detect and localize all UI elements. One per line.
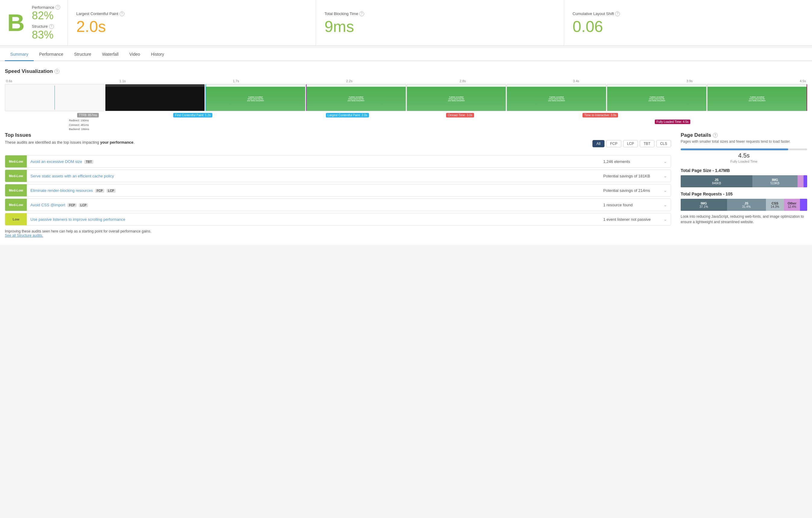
- onload-annotation: Onload Time: 3.0s: [446, 113, 474, 117]
- issue-title-1[interactable]: Avoid an excessive DOM size TBT: [27, 156, 600, 167]
- issue-row-4: Med-Low Avoid CSS @import FCP LCP 1 reso…: [5, 199, 671, 211]
- filter-all[interactable]: All: [592, 140, 604, 147]
- ruler-5: 3.4s: [573, 79, 579, 83]
- see-all-link[interactable]: See all Structure audits.: [5, 233, 43, 238]
- issue-title-4[interactable]: Avoid CSS @import FCP LCP: [27, 200, 600, 210]
- tti-annotation: Time to Interactive: 3.9s: [582, 113, 618, 117]
- flt-sublabel: Fully Loaded Time: [681, 160, 807, 163]
- cls-label: Cumulative Layout Shift: [573, 11, 614, 16]
- issue-row-2: Med-Low Serve static assets with an effi…: [5, 170, 671, 182]
- filter-cls[interactable]: CLS: [656, 140, 671, 147]
- performance-help-icon[interactable]: ?: [55, 5, 60, 10]
- top-issues-section: Top Issues These audits are identified a…: [5, 132, 671, 238]
- ruler-2: 1.7s: [233, 79, 239, 83]
- lcp-value: 2.0s: [76, 19, 307, 34]
- ruler-7: 4.5s: [800, 79, 806, 83]
- flt-label: 4.5s: [681, 152, 807, 159]
- issue-severity-4: Med-Low: [5, 199, 27, 211]
- tab-performance[interactable]: Performance: [34, 48, 69, 61]
- size-bar-js: JS 846KB: [681, 175, 752, 187]
- size-bar-img: IMG 519KB: [752, 175, 797, 187]
- frame-6: A global, accreditedvirtual school that …: [506, 84, 606, 111]
- frame-5: A global, accreditedvirtual school that …: [407, 84, 506, 111]
- ruler-1: 1.1s: [119, 79, 125, 83]
- ruler-6: 3.9s: [687, 79, 693, 83]
- filter-lcp[interactable]: LCP: [623, 140, 638, 147]
- issue-expand-3[interactable]: ⌄: [660, 185, 671, 196]
- issue-tag-lcp-3: LCP: [107, 189, 116, 193]
- page-details-help-icon[interactable]: ?: [713, 133, 718, 138]
- issue-expand-1[interactable]: ⌄: [660, 156, 671, 167]
- issue-tag-fcp-3: FCP: [95, 189, 104, 193]
- grade-letter: B: [7, 11, 25, 35]
- issue-severity-5: Low: [5, 213, 27, 225]
- size-stacked-bar: JS 846KB IMG 519KB: [681, 175, 807, 187]
- tbt-label: Total Blocking Time: [324, 11, 358, 16]
- issue-expand-5[interactable]: ⌄: [660, 214, 671, 225]
- tbt-value: 9ms: [324, 19, 555, 34]
- performance-score: Performance ? 82%: [32, 5, 60, 22]
- tab-structure[interactable]: Structure: [69, 48, 97, 61]
- timeline-ruler: 0.6s 1.1s 1.7s 2.2s 2.8s 3.4s 3.9s 4.5s: [5, 79, 807, 83]
- tab-bar: Summary Performance Structure Waterfall …: [0, 48, 812, 61]
- page-details-title-text: Page Details: [681, 132, 711, 138]
- structure-value: 83%: [32, 29, 60, 41]
- lcp-annotation: Largest Contentful Paint: 2.0s: [326, 113, 369, 117]
- page-details-footer: Look into reducing JavaScript, reducing …: [681, 214, 807, 225]
- page-details-desc: Pages with smaller total sizes and fewer…: [681, 139, 807, 144]
- filter-row: All FCP LCP TBT CLS: [592, 140, 671, 147]
- speed-viz-title: Speed Visualization ?: [5, 68, 807, 75]
- tab-history[interactable]: History: [145, 48, 170, 61]
- performance-label: Performance: [32, 5, 54, 10]
- tab-summary[interactable]: Summary: [5, 48, 34, 61]
- lcp-label: Largest Contentful Paint: [76, 11, 118, 16]
- grade-block: B Performance ? 82% Structure ? 83%: [0, 0, 68, 46]
- cls-help-icon[interactable]: ?: [615, 11, 620, 16]
- lcp-block: Largest Contentful Paint ? 2.0s: [68, 0, 316, 46]
- issue-row-1: Med-Low Avoid an excessive DOM size TBT …: [5, 155, 671, 168]
- requests-bar-css: CSS 14.3%: [766, 199, 784, 211]
- requests-stacked-bar: IMG 37.1% JS 31.4% CSS 14.3% Other 12.4%: [681, 199, 807, 211]
- issue-tag-lcp-4: LCP: [79, 203, 88, 207]
- two-col-layout: Top Issues These audits are identified a…: [5, 132, 807, 238]
- filter-fcp[interactable]: FCP: [606, 140, 621, 147]
- issue-tag-tbt: TBT: [84, 160, 93, 164]
- issue-row-5: Low Use passive listeners to improve scr…: [5, 213, 671, 226]
- issue-tag-fcp-4: FCP: [67, 203, 77, 207]
- speed-viz-help-icon[interactable]: ?: [55, 69, 59, 74]
- requests-bar-img: IMG 37.1%: [681, 199, 727, 211]
- tbt-block: Total Blocking Time ? 9ms: [316, 0, 564, 46]
- issue-detail-3: Potential savings of 214ms: [600, 185, 660, 196]
- issue-expand-2[interactable]: ⌄: [660, 170, 671, 181]
- total-requests-title: Total Page Requests - 105: [681, 192, 807, 196]
- structure-label: Structure: [32, 24, 48, 29]
- issue-title-5[interactable]: Use passive listeners to improve scrolli…: [27, 214, 600, 225]
- flt-annotation: Fully Loaded Time: 4.5s: [655, 120, 690, 124]
- tab-waterfall[interactable]: Waterfall: [97, 48, 124, 61]
- filter-tbt[interactable]: TBT: [640, 140, 655, 147]
- frame-3: A global, accreditedvirtual school that …: [205, 84, 306, 111]
- total-size-title: Total Page Size - 1.47MB: [681, 168, 807, 173]
- issue-detail-1: 1,246 elements: [600, 156, 660, 167]
- ruler-3: 2.2s: [346, 79, 352, 83]
- lcp-help-icon[interactable]: ?: [120, 11, 124, 16]
- size-bar-other1: [798, 175, 804, 187]
- ruler-4: 2.8s: [460, 79, 466, 83]
- issue-expand-4[interactable]: ⌄: [660, 199, 671, 210]
- top-issues-desc: These audits are identified as the top i…: [5, 140, 135, 145]
- top-bar: B Performance ? 82% Structure ? 83% Larg: [0, 0, 812, 46]
- frame-1: [5, 84, 105, 111]
- cls-block: Cumulative Layout Shift ? 0.06: [564, 0, 812, 46]
- flt-bar-fill: [681, 148, 788, 150]
- issue-detail-5: 1 event listener not passive: [600, 214, 660, 225]
- tab-video[interactable]: Video: [124, 48, 146, 61]
- structure-help-icon[interactable]: ?: [49, 24, 54, 29]
- issue-row-3: Med-Low Eliminate render-blocking resour…: [5, 184, 671, 197]
- main-content: Summary Performance Structure Waterfall …: [0, 48, 812, 245]
- top-issues-footer: Improving these audits seen here can hel…: [5, 229, 671, 238]
- issue-title-2[interactable]: Serve static assets with an efficient ca…: [27, 171, 600, 181]
- content-area: Speed Visualization ? 0.6s 1.1s 1.7s 2.2…: [0, 61, 812, 245]
- frames-row: A global, accreditedvirtual school that …: [5, 84, 807, 111]
- issue-title-3[interactable]: Eliminate render-blocking resources FCP …: [27, 185, 600, 196]
- tbt-help-icon[interactable]: ?: [359, 11, 364, 16]
